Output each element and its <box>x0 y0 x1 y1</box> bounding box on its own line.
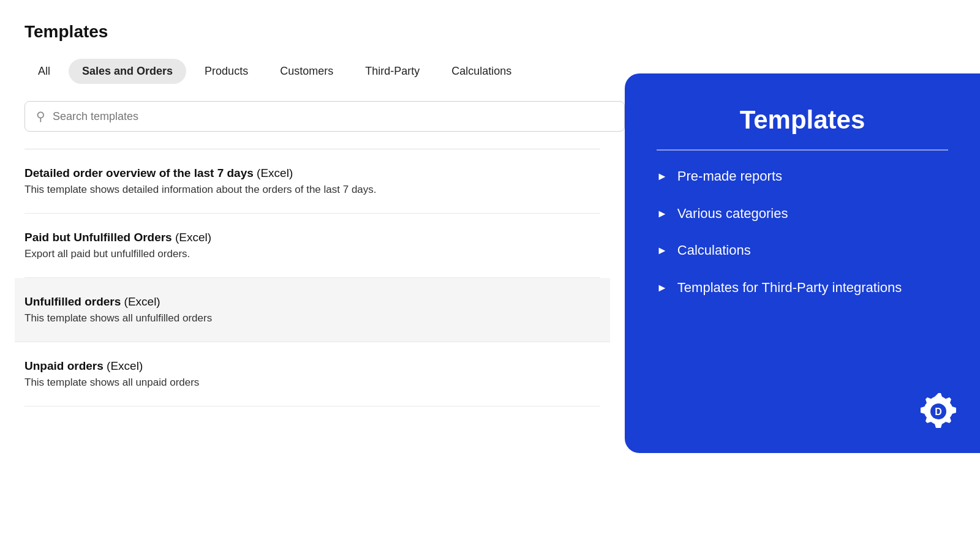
panel-feature-item: ► Templates for Third-Party integrations <box>657 279 948 297</box>
page-title: Templates <box>24 22 600 42</box>
template-desc-4: This template shows all unpaid orders <box>24 377 600 389</box>
tab-customers[interactable]: Customers <box>266 59 347 84</box>
promo-panel: Templates ► Pre-made reports ► Various c… <box>625 73 980 453</box>
panel-feature-item: ► Various categories <box>657 205 948 223</box>
tab-products[interactable]: Products <box>191 59 262 84</box>
tab-all[interactable]: All <box>24 59 64 84</box>
panel-title: Templates <box>657 105 948 151</box>
search-icon: ⚲ <box>36 109 45 124</box>
panel-feature-item: ► Pre-made reports <box>657 168 948 186</box>
arrow-icon: ► <box>657 244 668 258</box>
tab-third-party[interactable]: Third-Party <box>352 59 433 84</box>
panel-feature-list: ► Pre-made reports ► Various categories … <box>657 168 948 296</box>
tab-bar: All Sales and Orders Products Customers … <box>24 59 600 84</box>
gear-badge-icon: D <box>914 387 963 436</box>
template-title-3: Unfulfilled orders (Excel) <box>24 295 600 309</box>
list-item: Detailed order overview of the last 7 da… <box>24 149 600 214</box>
arrow-icon: ► <box>657 170 668 184</box>
template-desc-1: This template shows detailed information… <box>24 184 600 196</box>
search-input[interactable] <box>53 110 613 123</box>
svg-text:D: D <box>935 407 942 417</box>
template-desc-2: Export all paid but unfulfilled orders. <box>24 248 600 260</box>
list-item: Unfulfilled orders (Excel) This template… <box>15 278 610 342</box>
list-item: Unpaid orders (Excel) This template show… <box>24 342 600 407</box>
list-item: Paid but Unfulfilled Orders (Excel) Expo… <box>24 214 600 278</box>
template-desc-3: This template shows all unfulfilled orde… <box>24 312 600 324</box>
panel-feature-item: ► Calculations <box>657 242 948 260</box>
arrow-icon: ► <box>657 281 668 295</box>
template-title-4: Unpaid orders (Excel) <box>24 359 600 373</box>
arrow-icon: ► <box>657 207 668 221</box>
search-bar: ⚲ <box>24 101 625 132</box>
template-title-2: Paid but Unfulfilled Orders (Excel) <box>24 231 600 244</box>
tab-calculations[interactable]: Calculations <box>438 59 525 84</box>
tab-sales-and-orders[interactable]: Sales and Orders <box>69 59 186 84</box>
template-title-1: Detailed order overview of the last 7 da… <box>24 167 600 180</box>
